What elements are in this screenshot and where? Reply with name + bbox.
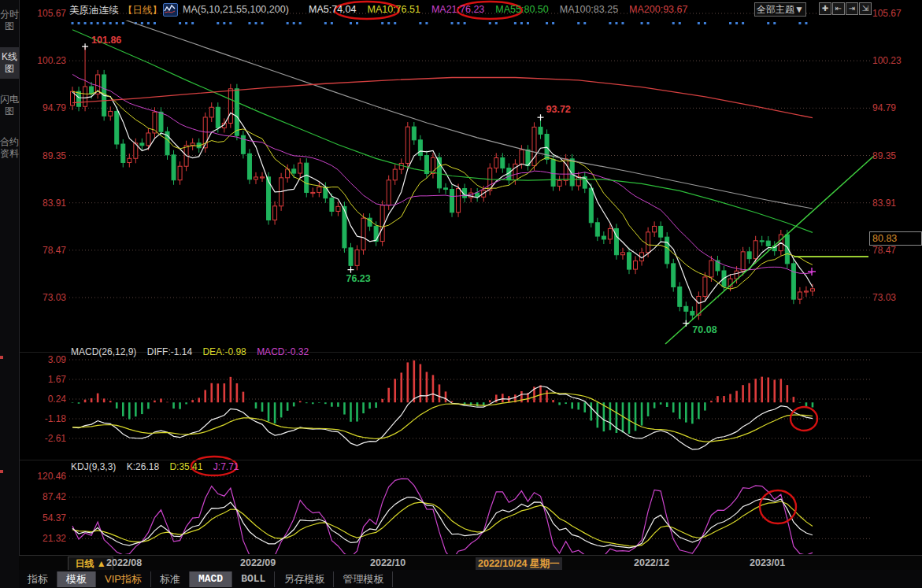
kdj-d-value: D:35.41 [169,461,202,472]
candle-body [653,226,657,231]
shift-panel-icon[interactable]: ⇲ [859,2,872,15]
candle-body [305,163,309,192]
signal-dot [546,22,548,24]
signal-dot [287,22,289,24]
chart-canvas[interactable]: 101.8676.2393.7270.08 [0,0,922,588]
panel-marker [0,356,3,359]
theme-dropdown-button[interactable]: 全部主题▼ [754,2,806,17]
candle-body [665,237,669,264]
time-axis: 日线 ▲ 2022/082022/092022/102022/10/24 星期一… [19,555,922,571]
panel-marker [0,470,3,473]
candle-body [216,107,220,128]
macd-bar-value: MACD:-0.32 [257,346,309,357]
candle-body [684,306,688,311]
main-axis-label: 89.35 [20,150,66,161]
tab-管理模板[interactable]: 管理模板 [334,571,393,587]
signal-dot [464,22,466,24]
chart-type-icon[interactable] [163,3,178,17]
sidebar-item-0[interactable]: 分时图 [0,5,19,36]
panel-divider [19,460,922,460]
signal-dot [615,22,617,24]
signal-dot [419,22,421,24]
candle-body [747,252,751,259]
move-cross-icon[interactable]: ✚ [819,2,831,15]
ma-line-ma200 [72,78,813,118]
candle-body [646,232,650,253]
extreme-cross-icon [82,43,88,50]
candle-body [235,89,239,135]
signal-dot [324,22,327,24]
compress-left-icon[interactable]: ⇤ [832,2,845,15]
candle-body [247,153,251,179]
candle-body [791,264,795,299]
signal-dot [381,22,383,24]
tab-模板[interactable]: 模板 [57,571,96,587]
candle-body [627,253,631,269]
signal-dot [672,22,675,24]
expand-right-icon[interactable]: ⇥ [846,2,858,15]
candle-body [115,111,119,144]
signal-dot [798,22,801,24]
candle-body [501,158,505,168]
kdj-label-row: KDJ(9,3,3) K:26.18 D:35.41 J:7.71 [71,461,247,472]
signal-dot [805,22,807,24]
candle-body [298,163,302,173]
k-line [72,497,813,548]
candle-body [703,277,707,297]
signal-dot [248,22,250,24]
tab-另存模板[interactable]: 另存模板 [275,571,334,587]
signal-dot [299,22,302,24]
ma-values: MA5:74.04MA10:76.51MA21:76.23MA55:80.50M… [309,4,698,15]
macd-label-row: MACD(26,12,9) DIFF:-1.14 DEA:-0.98 MACD:… [71,346,317,357]
candle-body [172,155,176,180]
candle-body [532,127,536,165]
kdj-k-value: K:26.18 [127,461,159,472]
candle-body [146,133,150,146]
extreme-price-label: 76.23 [346,273,370,284]
tab-VIP指标[interactable]: VIP指标 [96,571,151,587]
candle-body [412,127,416,140]
main-axis-label: 100.23 [872,55,918,66]
tab-标准[interactable]: 标准 [151,571,190,587]
signal-dot [552,22,554,24]
signal-dot [495,22,498,24]
tab-指标[interactable]: 指标 [19,571,57,587]
candle-body [608,228,612,239]
candle-body [292,169,296,173]
candle-body [678,287,682,307]
signal-dot [84,22,87,24]
kdj-params-label: KDJ(9,3,3) [71,461,116,472]
sidebar-item-3[interactable]: 合约资料 [0,132,19,164]
macd-diff-value: DIFF:-1.14 [147,346,192,357]
signal-dot [583,22,586,24]
sidebar-item-2[interactable]: 闪电图 [0,90,19,121]
main-axis-label: 78.47 [872,245,918,256]
signal-dot [154,22,156,24]
kdj-j-value: J:7.71 [213,461,239,472]
extreme-price-label: 93.72 [546,104,571,115]
signal-dot [254,22,257,24]
extreme-price-label: 101.86 [91,35,121,46]
tab-BOLL[interactable]: BOLL [232,571,275,587]
signal-dot [641,22,643,24]
sidebar: 分时图K线图闪电图合约资料 [0,0,20,588]
macd-axis-label: 1.67 [20,374,66,385]
ma-value-ma200: MA200:93.67 [629,4,687,15]
main-axis-label: 94.79 [872,102,918,113]
signal-dot [767,22,769,24]
signal-dot [223,22,225,24]
candle-body [311,192,315,193]
candle-body [159,112,163,131]
tab-MACD[interactable]: MACD [190,571,232,587]
drawing-price-tag: 80.83 [869,231,922,246]
date-label: 2022/10 [370,557,405,568]
candle-body [90,87,94,94]
macd-axis-label: -1.18 [20,413,66,424]
signal-dot [773,22,776,24]
candle-body [735,271,739,279]
sidebar-item-1[interactable]: K线图 [0,47,19,79]
candle-body [557,180,561,186]
main-axis-label: 89.35 [872,150,918,161]
signal-dot [217,22,219,24]
signal-dot [425,22,428,24]
